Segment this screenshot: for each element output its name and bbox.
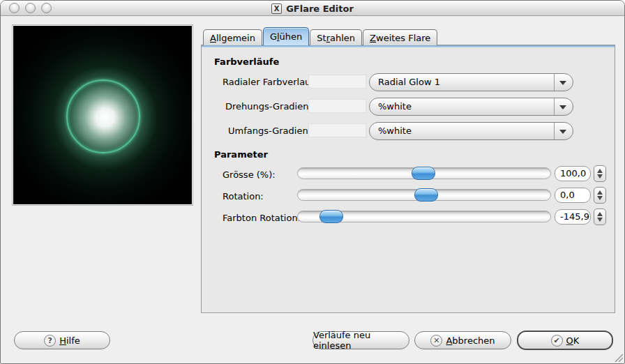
- cancel-button[interactable]: ✕ Abbrechen: [414, 331, 511, 349]
- cancel-icon: ✕: [430, 335, 442, 347]
- size-value-field[interactable]: 100,0: [555, 166, 591, 181]
- tab-gluehen[interactable]: Glühen: [263, 27, 309, 45]
- tab-strahlen[interactable]: Strahlen: [310, 29, 362, 45]
- rotation-gradient-dropdown[interactable]: %white: [369, 98, 573, 116]
- ok-icon: ✔: [551, 335, 563, 347]
- active-tab-highlight: [202, 45, 615, 47]
- rotation-slider-thumb[interactable]: [414, 188, 438, 202]
- size-slider[interactable]: [297, 167, 551, 179]
- x11-app-icon: X: [271, 3, 282, 14]
- hue-rotation-label: Farbton Rotation:: [223, 213, 301, 223]
- window-title-area: X GFlare Editor: [1, 1, 624, 16]
- ok-button[interactable]: ✔ OK: [517, 331, 613, 350]
- notebook-tabs: Allgemein Glühen Strahlen Zweites Flare: [203, 27, 438, 45]
- spin-up-icon[interactable]: [597, 169, 603, 173]
- flare-preview-frame: [12, 24, 193, 206]
- rotation-spinner[interactable]: [594, 187, 606, 204]
- rotation-gradient-label: Drehungs-Gradient:: [225, 101, 315, 112]
- hue-rotation-spinner[interactable]: [594, 208, 606, 225]
- help-icon: ?: [44, 335, 56, 347]
- resize-grip[interactable]: [612, 351, 623, 362]
- hue-rotation-value-field[interactable]: -145,9: [555, 209, 591, 225]
- spin-down-icon[interactable]: [597, 196, 603, 200]
- flare-ring: [66, 79, 140, 153]
- hue-rotation-slider[interactable]: [297, 211, 551, 222]
- flare-preview[interactable]: [13, 26, 192, 204]
- rotation-label: Rotation:: [223, 191, 264, 202]
- gluehen-tab-panel: Farbverläufe Radialer Farbverlauf: Radia…: [201, 45, 615, 313]
- rotation-gradient-preview: [308, 99, 366, 113]
- rescan-gradients-button[interactable]: Verläufe neu einlesen: [312, 331, 409, 349]
- gflare-editor-window: X GFlare Editor Allgemein Glühen Strahle…: [0, 0, 625, 364]
- spin-down-icon[interactable]: [597, 218, 603, 222]
- dropdown-arrow-icon: [559, 81, 566, 85]
- title-bar[interactable]: X GFlare Editor: [1, 1, 624, 16]
- gradients-section-title: Farbverläufe: [214, 56, 279, 67]
- angular-gradient-preview: [308, 123, 366, 137]
- spin-up-icon[interactable]: [597, 190, 603, 195]
- window-title: GFlare Editor: [286, 3, 354, 14]
- size-spinner[interactable]: [594, 165, 606, 182]
- angular-gradient-dropdown[interactable]: %white: [369, 122, 573, 140]
- size-label: Grösse (%):: [223, 169, 276, 180]
- tab-zweites-flare[interactable]: Zweites Flare: [363, 29, 437, 45]
- rotation-value-field[interactable]: 0,0: [555, 188, 591, 203]
- spin-down-icon[interactable]: [597, 174, 603, 179]
- tab-allgemein[interactable]: Allgemein: [203, 29, 262, 45]
- radial-gradient-label: Radialer Farbverlauf:: [223, 77, 317, 87]
- parameters-section-title: Parameter: [214, 149, 268, 160]
- radial-gradient-dropdown[interactable]: Radial Glow 1: [369, 73, 573, 91]
- rotation-slider[interactable]: [297, 189, 551, 201]
- angular-gradient-label: Umfangs-Gradient:: [228, 126, 315, 136]
- help-button[interactable]: ? Hilfe: [14, 331, 110, 349]
- radial-gradient-preview: [308, 75, 366, 89]
- hue-rotation-slider-thumb[interactable]: [319, 210, 343, 223]
- spin-up-icon[interactable]: [597, 212, 603, 216]
- dropdown-arrow-icon: [559, 130, 566, 134]
- dropdown-arrow-icon: [559, 105, 566, 109]
- size-slider-thumb[interactable]: [412, 167, 435, 180]
